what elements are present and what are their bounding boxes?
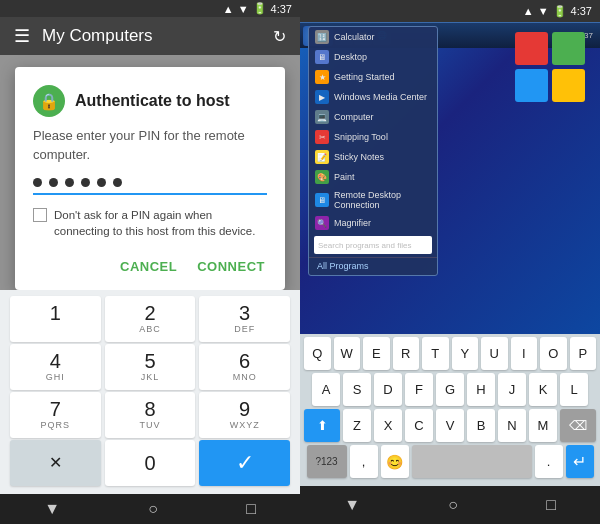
key-a[interactable]: A (312, 373, 340, 406)
dialog-header: 🔒 Authenticate to host (33, 85, 267, 117)
key-v[interactable]: V (436, 409, 464, 442)
svg-rect-1 (552, 32, 585, 65)
all-programs[interactable]: All Programs (309, 257, 437, 275)
key-p[interactable]: P (570, 337, 597, 370)
backspace-key[interactable]: ⌫ (560, 409, 596, 442)
pin-dot (65, 178, 74, 187)
signal-icon: ▲ (223, 3, 234, 15)
numpad-key-0[interactable]: 0 (105, 440, 196, 486)
menu-item-rdp[interactable]: 🖥 Remote Desktop Connection (309, 187, 437, 213)
pin-input-row[interactable] (33, 176, 267, 195)
getting-started-icon: ★ (315, 70, 329, 84)
search-placeholder: Search programs and files (318, 241, 411, 250)
key-d[interactable]: D (374, 373, 402, 406)
back-icon[interactable]: ▼ (44, 500, 60, 518)
menu-label: Calculator (334, 32, 375, 42)
key-w[interactable]: W (334, 337, 361, 370)
cancel-button[interactable]: CANCEL (118, 255, 179, 278)
numpad-key-9[interactable]: 9WXYZ (199, 392, 290, 438)
key-o[interactable]: O (540, 337, 567, 370)
key-h[interactable]: H (467, 373, 495, 406)
checkbox[interactable] (33, 208, 47, 222)
key-s[interactable]: S (343, 373, 371, 406)
key-g[interactable]: G (436, 373, 464, 406)
right-back-icon[interactable]: ▼ (344, 496, 360, 514)
menu-item-snipping[interactable]: ✂ Snipping Tool (309, 127, 437, 147)
key-m[interactable]: M (529, 409, 557, 442)
battery-icon: 🔋 (253, 2, 267, 15)
menu-label: Snipping Tool (334, 132, 388, 142)
space-key[interactable] (412, 445, 532, 478)
key-n[interactable]: N (498, 409, 526, 442)
numpad-key-2[interactable]: 2ABC (105, 296, 196, 342)
numpad-delete-button[interactable]: ✕ (10, 440, 101, 486)
shift-key[interactable]: ⬆ (304, 409, 340, 442)
keyboard-row-2: A S D F G H J K L (304, 373, 596, 406)
menu-item-paint[interactable]: 🎨 Paint (309, 167, 437, 187)
desktop-icon: 🖥 (315, 50, 329, 64)
symbols-key[interactable]: ?123 (307, 445, 347, 478)
menu-label: Desktop (334, 52, 367, 62)
app-bar: ☰ My Computers ↻ (0, 17, 300, 55)
win-start-menu[interactable]: 🔢 Calculator 🖥 Desktop ★ Getting Started… (308, 26, 438, 276)
comma-key[interactable]: , (350, 445, 378, 478)
menu-label: Magnifier (334, 218, 371, 228)
win-search-bar[interactable]: Search programs and files (314, 236, 432, 254)
key-b[interactable]: B (467, 409, 495, 442)
checkbox-row: Don't ask for a PIN again when connectin… (33, 207, 267, 239)
period-key[interactable]: . (535, 445, 563, 478)
enter-key[interactable]: ↵ (566, 445, 594, 478)
numpad-key-1[interactable]: 1 (10, 296, 101, 342)
key-f[interactable]: F (405, 373, 433, 406)
menu-icon[interactable]: ☰ (14, 25, 30, 47)
connect-button[interactable]: CONNECT (195, 255, 267, 278)
numpad-key-5[interactable]: 5JKL (105, 344, 196, 390)
calculator-icon: 🔢 (315, 30, 329, 44)
key-q[interactable]: Q (304, 337, 331, 370)
numpad-key-4[interactable]: 4GHI (10, 344, 101, 390)
menu-item-desktop[interactable]: 🖥 Desktop (309, 47, 437, 67)
menu-label: Sticky Notes (334, 152, 384, 162)
left-status-bar: ▲ ▼ 🔋 4:37 (0, 0, 300, 17)
key-z[interactable]: Z (343, 409, 371, 442)
key-i[interactable]: I (511, 337, 538, 370)
menu-item-computer[interactable]: 💻 Computer (309, 107, 437, 127)
right-recent-icon[interactable]: □ (546, 496, 556, 514)
key-k[interactable]: K (529, 373, 557, 406)
rdp-icon: 🖥 (315, 193, 329, 207)
home-icon[interactable]: ○ (148, 500, 158, 518)
menu-item-wmc[interactable]: ▶ Windows Media Center (309, 87, 437, 107)
menu-item-sticky[interactable]: 📝 Sticky Notes (309, 147, 437, 167)
emoji-key[interactable]: 😊 (381, 445, 409, 478)
numpad-confirm-button[interactable]: ✓ (199, 440, 290, 486)
win-desktop[interactable]: 🔢 Calculator 🖥 Desktop ★ Getting Started… (300, 22, 600, 334)
right-home-icon[interactable]: ○ (448, 496, 458, 514)
dialog-actions: CANCEL CONNECT (33, 255, 267, 278)
svg-rect-0 (515, 32, 548, 65)
menu-item-calculator[interactable]: 🔢 Calculator (309, 27, 437, 47)
right-panel: ▲ ▼ 🔋 4:37 🔢 Calculator 🖥 Desktop ★ Gett… (300, 0, 600, 524)
pin-dot (49, 178, 58, 187)
key-x[interactable]: X (374, 409, 402, 442)
key-e[interactable]: E (363, 337, 390, 370)
recent-icon[interactable]: □ (246, 500, 256, 518)
keyboard-row-3: ⬆ Z X C V B N M ⌫ (304, 409, 596, 442)
numpad-key-7[interactable]: 7PQRS (10, 392, 101, 438)
key-c[interactable]: C (405, 409, 433, 442)
numpad-key-3[interactable]: 3DEF (199, 296, 290, 342)
numpad-key-6[interactable]: 6MNO (199, 344, 290, 390)
key-y[interactable]: Y (452, 337, 479, 370)
dialog-subtitle: Please enter your PIN for the remote com… (33, 127, 267, 163)
key-u[interactable]: U (481, 337, 508, 370)
menu-item-magnifier[interactable]: 🔍 Magnifier (309, 213, 437, 233)
menu-label: Paint (334, 172, 355, 182)
numpad-key-8[interactable]: 8TUV (105, 392, 196, 438)
numpad-grid: 1 2ABC 3DEF 4GHI 5JKL 6MNO 7PQRS 8TUV 9W… (10, 296, 290, 486)
snipping-icon: ✂ (315, 130, 329, 144)
key-l[interactable]: L (560, 373, 588, 406)
key-t[interactable]: T (422, 337, 449, 370)
menu-item-getting-started[interactable]: ★ Getting Started (309, 67, 437, 87)
key-r[interactable]: R (393, 337, 420, 370)
key-j[interactable]: J (498, 373, 526, 406)
refresh-icon[interactable]: ↻ (273, 27, 286, 46)
